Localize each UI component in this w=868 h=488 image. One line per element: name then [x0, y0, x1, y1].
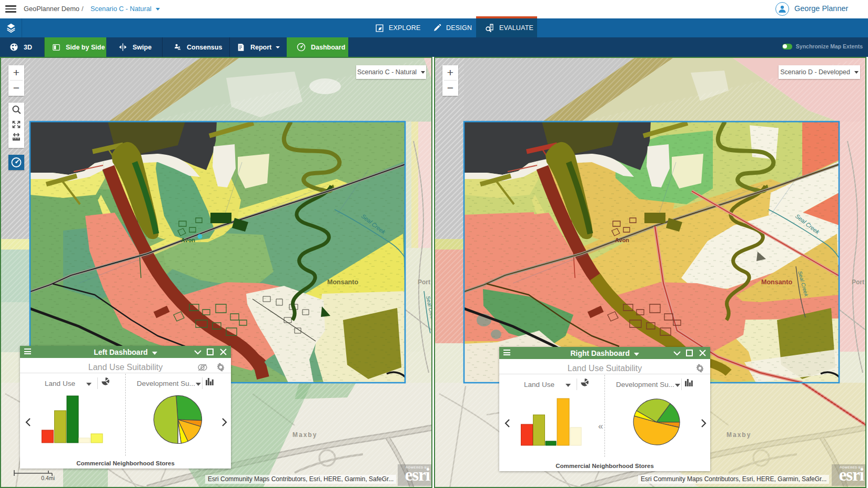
- svg-text:Monsanto: Monsanto: [761, 278, 792, 286]
- svg-text:Maxby: Maxby: [726, 431, 751, 439]
- svg-text:Avon: Avon: [181, 237, 195, 243]
- svg-text:0.4mi: 0.4mi: [41, 475, 55, 481]
- svg-text:Port: Port: [418, 278, 430, 286]
- svg-text:Maxby: Maxby: [292, 431, 317, 439]
- svg-text:Monsanto: Monsanto: [327, 278, 358, 286]
- svg-text:Port: Port: [852, 278, 864, 286]
- svg-text:Avon: Avon: [615, 237, 629, 243]
